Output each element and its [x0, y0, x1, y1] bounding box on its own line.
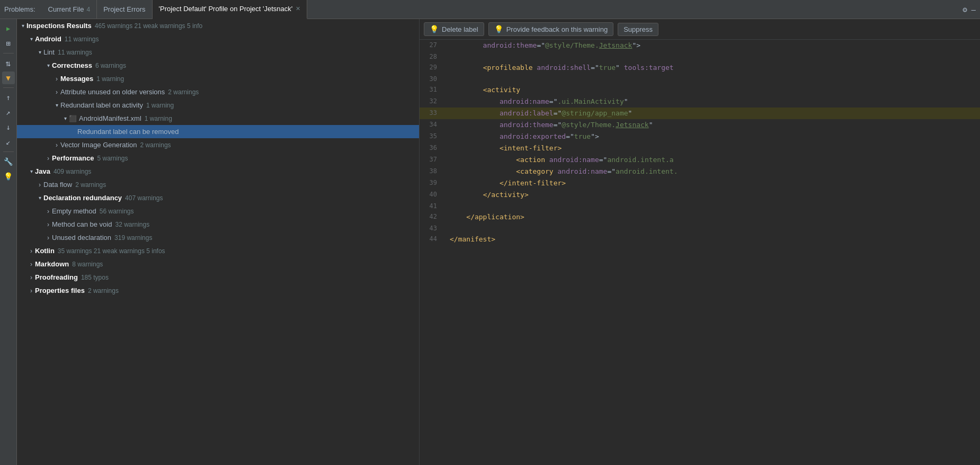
method-void-label: Method can be void	[52, 220, 112, 228]
tab-project-errors[interactable]: Project Errors	[97, 0, 152, 19]
tree-item-markdown[interactable]: › Markdown 8 warnings	[17, 257, 419, 271]
code-line-37: 37 <action android:name="android.intent.…	[420, 154, 980, 166]
line-num-32: 32	[420, 96, 443, 108]
filter-icon: ▼	[6, 74, 10, 82]
unused-decl-count: 319 warnings	[114, 234, 152, 242]
down-button[interactable]: ↓	[2, 121, 15, 133]
code-line-30: 30	[420, 74, 980, 84]
tab-project-errors-label: Project Errors	[103, 5, 145, 13]
delete-label-text: Delete label	[442, 25, 478, 33]
line-content-35: android:exported="true">	[448, 131, 980, 142]
sort-icon[interactable]: ⇅	[2, 57, 15, 69]
code-line-29: 29 <profileable android:shell="true" too…	[420, 62, 980, 74]
tree-item-java[interactable]: ▾ Java 409 warnings	[17, 165, 419, 178]
tree-item-correctness[interactable]: ▾ Correctness 6 warnings	[17, 59, 419, 72]
line-gutter-28	[443, 51, 448, 62]
settings-icon[interactable]: ⚙	[963, 5, 967, 14]
left-toolbar: ▶ ⊞ ⇅ ▼ ↑ ↗ ↓ ↙ 🔧 💡	[0, 19, 17, 465]
minimize-icon[interactable]: —	[972, 5, 976, 14]
line-num-37: 37	[420, 154, 443, 166]
action-bar: 💡 Delete label 💡 Provide feedback on thi…	[420, 19, 980, 40]
tree-panel[interactable]: ▾ Inspections Results 465 warnings 21 we…	[17, 19, 420, 465]
correctness-arrow: ▾	[44, 62, 52, 69]
line-content-40: </activity>	[448, 189, 980, 201]
code-line-31: 31 <activity	[420, 84, 980, 96]
lint-arrow: ▾	[36, 49, 43, 56]
tree-item-redundant-label-item[interactable]: Redundant label can be removed	[17, 125, 419, 138]
suppress-button[interactable]: Suppress	[618, 23, 658, 36]
tree-root[interactable]: ▾ Inspections Results 465 warnings 21 we…	[17, 19, 419, 32]
sort-btn-icon: ⇅	[6, 58, 11, 68]
delete-label-bulb-icon: 💡	[430, 25, 439, 33]
markdown-count: 8 warnings	[72, 261, 103, 268]
bulb-button[interactable]: 💡	[2, 170, 15, 183]
line-num-28: 28	[420, 51, 443, 62]
tab-project-default[interactable]: 'Project Default' Profile on Project 'Je…	[153, 0, 308, 19]
line-content-44: </manifest>	[448, 234, 980, 245]
filter-button[interactable]: ▼	[2, 71, 15, 84]
manifest-label: AndroidManifest.xml	[79, 114, 141, 122]
tree-item-lint[interactable]: ▾ Lint 11 warnings	[17, 46, 419, 59]
tree-item-androidmanifest[interactable]: ▾ ⬛ AndroidManifest.xml 1 warning	[17, 112, 419, 125]
tree-item-method-void[interactable]: › Method can be void 32 warnings	[17, 218, 419, 231]
line-num-36: 36	[420, 142, 443, 154]
up-icon: ↑	[6, 93, 10, 102]
tree-item-decl-redundancy[interactable]: ▾ Declaration redundancy 407 warnings	[17, 191, 419, 204]
layout-btn-icon: ⊞	[6, 39, 10, 48]
line-num-33: 33	[420, 108, 443, 119]
properties-label: Properties files	[35, 287, 85, 294]
line-num-27: 27	[420, 40, 443, 51]
wrench-button[interactable]: 🔧	[2, 155, 15, 168]
line-num-44: 44	[420, 234, 443, 245]
tab-current-file[interactable]: Current File 4	[42, 0, 97, 19]
line-gutter-38	[443, 166, 448, 177]
attr-count: 2 warnings	[168, 88, 199, 96]
tree-item-unused-decl[interactable]: › Unused declaration 319 warnings	[17, 231, 419, 244]
import-button[interactable]: ↙	[2, 136, 15, 148]
suppress-text: Suppress	[623, 25, 653, 33]
delete-label-button[interactable]: 💡 Delete label	[424, 22, 484, 36]
manifest-count: 1 warning	[145, 115, 172, 122]
code-view[interactable]: 27 android:theme="@style/Theme.Jetsnack"…	[420, 40, 980, 465]
code-line-39: 39 </intent-filter>	[420, 177, 980, 189]
line-content-33: android:label="@string/app_name"	[448, 108, 980, 119]
export-button[interactable]: ↗	[2, 106, 15, 119]
layout-icon[interactable]: ⊞	[2, 37, 15, 50]
tree-item-android[interactable]: ▾ Android 11 warnings	[17, 32, 419, 46]
empty-method-arrow: ›	[44, 208, 52, 215]
line-num-38: 38	[420, 166, 443, 177]
line-content-34: android:theme="@style/Theme.Jetsnack"	[448, 119, 980, 131]
messages-arrow: ›	[53, 75, 60, 83]
tree-item-redundant-label-activity[interactable]: ▾ Redundant label on activity 1 warning	[17, 99, 419, 112]
play-icon: ▶	[6, 25, 10, 32]
code-line-40: 40 </activity>	[420, 189, 980, 201]
line-num-42: 42	[420, 211, 443, 223]
export-icon: ↗	[6, 108, 10, 117]
line-num-29: 29	[420, 62, 443, 74]
line-num-34: 34	[420, 119, 443, 131]
tree-item-proofreading[interactable]: › Proofreading 185 typos	[17, 271, 419, 284]
up-button[interactable]: ↑	[2, 91, 15, 104]
tree-item-vector-image[interactable]: › Vector Image Generation 2 warnings	[17, 138, 419, 151]
line-content-43	[448, 223, 980, 234]
code-panel: 💡 Delete label 💡 Provide feedback on thi…	[420, 19, 980, 465]
tree-item-empty-method[interactable]: › Empty method 56 warnings	[17, 204, 419, 218]
toolbar-divider-3	[3, 151, 14, 152]
tree-item-messages[interactable]: › Messages 1 warning	[17, 72, 419, 85]
tree-item-dataflow[interactable]: › Data flow 2 warnings	[17, 178, 419, 191]
bulb-icon: 💡	[4, 172, 13, 181]
tree-item-performance[interactable]: › Performance 5 warnings	[17, 151, 419, 165]
line-gutter-42	[443, 211, 448, 223]
feedback-button[interactable]: 💡 Provide feedback on this warning	[488, 22, 614, 36]
method-void-arrow: ›	[44, 221, 52, 228]
tree-item-kotlin[interactable]: › Kotlin 35 warnings 21 weak warnings 5 …	[17, 244, 419, 257]
proofreading-arrow: ›	[28, 274, 35, 281]
tab-project-default-label: 'Project Default' Profile on Project 'Je…	[159, 5, 293, 13]
tree-item-properties-files[interactable]: › Properties files 2 warnings	[17, 284, 419, 297]
play-button[interactable]: ▶	[2, 22, 15, 35]
tab-close-icon[interactable]: ✕	[296, 5, 300, 12]
line-gutter-31	[443, 84, 448, 96]
correctness-count: 6 warnings	[95, 62, 126, 69]
tree-item-attr-unused[interactable]: › Attribute unused on older versions 2 w…	[17, 85, 419, 99]
line-content-37: <action android:name="android.intent.a	[448, 154, 980, 166]
